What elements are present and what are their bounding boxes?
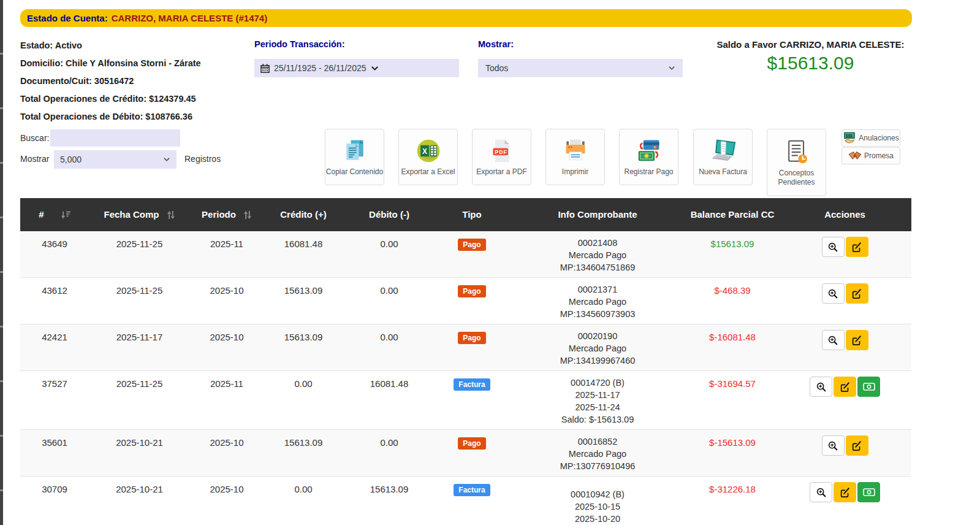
new-invoice-button[interactable]: Nueva Factura <box>693 129 753 185</box>
pagesize-label: Mostrar <box>20 154 49 164</box>
anulaciones-button[interactable]: $$$ Anulaciones <box>841 129 900 147</box>
edit-pencil-icon <box>851 335 862 346</box>
edit-button[interactable] <box>846 435 868 456</box>
tipo-badge: Factura <box>454 484 490 496</box>
row-info: 00010942 (B)2025-10-152025-10-20 <box>509 477 686 525</box>
row-fecha: 2025-10-21 <box>89 477 190 525</box>
zoom-in-icon <box>816 487 827 498</box>
row-periodo: 2025-11 <box>190 371 264 429</box>
edit-pencil-icon <box>840 381 851 393</box>
svg-text:$$$: $$$ <box>846 134 853 139</box>
export-excel-button[interactable]: X Exportar a Excel <box>398 129 458 185</box>
row-info: 00021371Mercado PagoMP:134560973903 <box>509 278 686 324</box>
view-detail-button[interactable] <box>822 435 845 456</box>
row-actions <box>778 477 911 525</box>
pending-concepts-button[interactable]: Conceptos Pendientes <box>767 129 826 196</box>
row-credito: 15613.09 <box>264 430 343 476</box>
mostrar-select[interactable]: Todos <box>478 59 683 77</box>
view-detail-button[interactable] <box>810 482 832 502</box>
tipo-badge: Pago <box>458 285 485 297</box>
row-credito: 0.00 <box>264 371 343 429</box>
row-periodo: 2025-10 <box>190 278 264 324</box>
edit-button[interactable] <box>846 283 868 304</box>
row-info: 00020190Mercado PagoMP:134199967460 <box>509 324 686 370</box>
print-button[interactable]: Imprimir <box>545 129 605 185</box>
row-credito: 0.00 <box>264 477 343 525</box>
toolbar-button-label: Conceptos Pendientes <box>772 169 821 187</box>
view-detail-button[interactable] <box>822 283 845 304</box>
table-row: 37527 2025-11-25 2025-11 0.00 16081.48 F… <box>20 370 911 429</box>
header-credito: Crédito (+) <box>264 198 343 231</box>
calendar-icon <box>260 64 270 73</box>
row-debito: 15613.09 <box>343 477 435 525</box>
sort-desc-icon[interactable] <box>60 210 70 220</box>
promesa-button[interactable]: Promesa <box>841 147 900 164</box>
pay-button[interactable] <box>857 377 880 397</box>
search-input[interactable] <box>50 129 180 147</box>
row-balance: $-31226.18 <box>686 477 778 525</box>
view-detail-button[interactable] <box>822 237 845 257</box>
header-periodo[interactable]: Periodo <box>190 198 264 231</box>
row-balance: $-468.39 <box>686 278 778 324</box>
table-row: 42421 2025-11-17 2025-10 15613.09 0.00 P… <box>20 324 911 370</box>
edit-pencil-icon <box>851 242 862 253</box>
row-id: 42421 <box>20 324 89 370</box>
row-credito: 15613.09 <box>264 324 343 370</box>
table-row: 35601 2025-10-21 2025-10 15613.09 0.00 P… <box>20 429 911 476</box>
pdf-icon: PDF <box>488 137 515 164</box>
registros-label: Registros <box>184 154 221 164</box>
view-detail-button[interactable] <box>810 377 832 397</box>
edit-button[interactable] <box>846 330 868 350</box>
edit-button[interactable] <box>834 482 856 502</box>
toolbar-button-label: Nueva Factura <box>699 167 747 177</box>
header-balance-parcial: Balance Parcial CC <box>686 198 778 231</box>
export-pdf-button[interactable]: PDF Exportar a PDF <box>472 129 531 185</box>
sort-both-icon[interactable] <box>167 210 175 220</box>
row-periodo: 2025-10 <box>190 430 264 476</box>
estado-de-cuenta-page: Estado de Cuenta: CARRIZO, MARIA CELESTE… <box>0 0 980 525</box>
row-info: 00021408Mercado PagoMP:134604751869 <box>509 231 686 277</box>
edit-button[interactable] <box>846 237 868 257</box>
zoom-in-icon <box>827 242 838 253</box>
banknote-icon <box>863 488 875 497</box>
row-balance: $-31694.57 <box>686 371 778 429</box>
edit-pencil-icon <box>840 487 851 498</box>
header-fecha-comp[interactable]: Fecha Comp <box>89 198 190 231</box>
row-credito: 15613.09 <box>264 278 343 324</box>
copy-content-button[interactable]: Copiar Contenido <box>325 129 384 185</box>
row-balance: $15613.09 <box>686 231 778 277</box>
pagesize-select[interactable]: 5,000 <box>54 150 177 169</box>
payment-icon <box>636 137 663 164</box>
register-payment-button[interactable]: Registrar Pago <box>619 129 678 185</box>
row-fecha: 2025-10-21 <box>89 430 190 476</box>
money-hand-icon: $$$ <box>843 132 856 144</box>
invoice-icon <box>710 137 737 164</box>
chevron-down-icon <box>668 64 675 72</box>
toolbar-button-label: Exportar a PDF <box>476 167 527 177</box>
row-actions <box>778 371 911 429</box>
sort-both-icon[interactable] <box>243 210 252 220</box>
row-fecha: 2025-11-25 <box>89 278 190 324</box>
table-body: 43649 2025-11-25 2025-11 16081.48 0.00 P… <box>20 231 911 525</box>
periodo-date-range-picker[interactable]: 25/11/1925 - 26/11/2025 <box>254 59 459 77</box>
account-info: Estado: Activo Domicilio: Chile Y Alfons… <box>20 37 201 126</box>
row-fecha: 2025-11-25 <box>89 371 190 429</box>
table-row: 43649 2025-11-25 2025-11 16081.48 0.00 P… <box>20 231 911 277</box>
row-periodo: 2025-10 <box>190 324 264 370</box>
row-id: 30709 <box>20 477 89 525</box>
zoom-in-icon <box>827 288 838 299</box>
row-balance: $-15613.09 <box>686 430 778 476</box>
row-actions <box>778 430 911 476</box>
zoom-in-icon <box>827 440 838 451</box>
view-detail-button[interactable] <box>822 330 845 350</box>
saldo-a-favor-amount: $15613.09 <box>705 53 916 74</box>
row-fecha: 2025-11-17 <box>89 324 190 370</box>
header-id[interactable]: # <box>20 198 89 231</box>
transactions-table: # Fecha Comp Periodo Crédito (+) Débito … <box>20 198 911 525</box>
pay-button[interactable] <box>857 482 880 502</box>
edit-button[interactable] <box>834 377 856 397</box>
copy-icon <box>341 137 368 164</box>
domicilio-line: Domicilio: Chile Y Alfonsina Storni - Zá… <box>20 55 201 72</box>
tipo-badge: Pago <box>458 437 485 450</box>
row-periodo: 2025-11 <box>190 231 264 277</box>
